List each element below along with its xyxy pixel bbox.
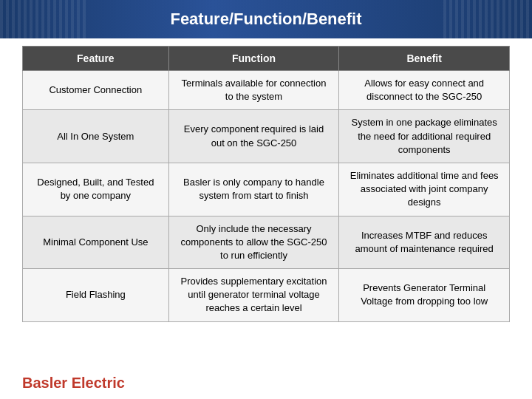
cell-benefit-4: Prevents Generator Terminal Voltage from… xyxy=(339,269,510,322)
header-decoration-right xyxy=(443,0,532,38)
table-header-row: Feature Function Benefit xyxy=(23,47,510,71)
table-row: Field FlashingProvides supplementary exc… xyxy=(23,269,510,322)
cell-function-4: Provides supplementary excitation until … xyxy=(168,269,339,322)
footer-logo: Basler Electric xyxy=(22,375,125,392)
table-container: Feature Function Benefit Customer Connec… xyxy=(0,38,532,370)
cell-benefit-2: Eliminates additional time and fees asso… xyxy=(339,163,510,216)
cell-feature-0: Customer Connection xyxy=(23,71,169,110)
footer: Basler Electric xyxy=(0,370,532,399)
cell-function-0: Terminals available for connection to th… xyxy=(168,71,339,110)
page-title: Feature/Function/Benefit xyxy=(170,10,361,29)
cell-function-3: Only include the necessary components to… xyxy=(168,216,339,269)
cell-feature-3: Minimal Component Use xyxy=(23,216,169,269)
table-row: Minimal Component UseOnly include the ne… xyxy=(23,216,510,269)
table-row: Customer ConnectionTerminals available f… xyxy=(23,71,510,110)
col-header-function: Function xyxy=(168,47,339,71)
cell-benefit-0: Allows for easy connect and disconnect t… xyxy=(339,71,510,110)
cell-feature-4: Field Flashing xyxy=(23,269,169,322)
col-header-benefit: Benefit xyxy=(339,47,510,71)
cell-function-1: Every component required is laid out on … xyxy=(168,110,339,163)
header-decoration-left xyxy=(0,0,89,38)
page-wrapper: Feature/Function/Benefit Feature Functio… xyxy=(0,0,532,399)
cell-feature-1: All In One System xyxy=(23,110,169,163)
cell-benefit-3: Increases MTBF and reduces amount of mai… xyxy=(339,216,510,269)
feature-table: Feature Function Benefit Customer Connec… xyxy=(22,46,510,322)
brand-name: Basler Electric xyxy=(22,375,125,392)
cell-feature-2: Designed, Built, and Tested by one compa… xyxy=(23,163,169,216)
cell-function-2: Basler is only company to handle system … xyxy=(168,163,339,216)
header: Feature/Function/Benefit xyxy=(0,0,532,38)
table-row: All In One SystemEvery component require… xyxy=(23,110,510,163)
cell-benefit-1: System in one package eliminates the nee… xyxy=(339,110,510,163)
col-header-feature: Feature xyxy=(23,47,169,71)
table-row: Designed, Built, and Tested by one compa… xyxy=(23,163,510,216)
